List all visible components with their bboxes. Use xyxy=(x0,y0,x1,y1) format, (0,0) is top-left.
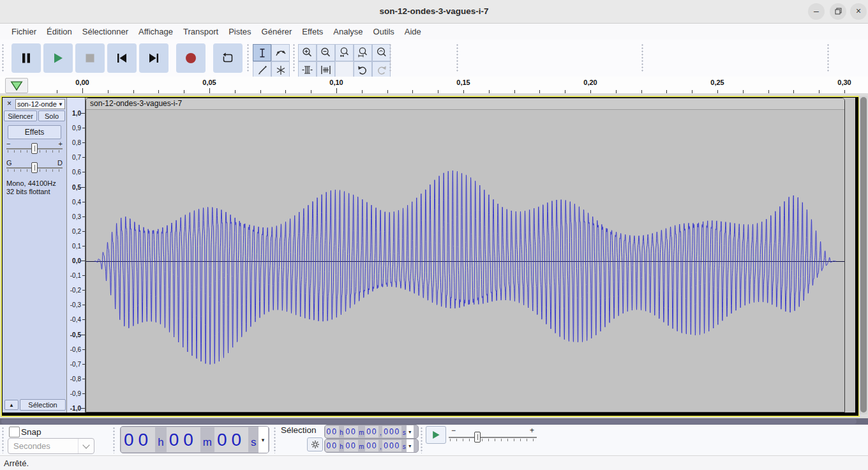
toolbar-grip[interactable] xyxy=(1,43,5,73)
time-digits[interactable]: 000 xyxy=(382,440,401,451)
menu-item-affichage[interactable]: Affichage xyxy=(133,25,178,38)
menu-item-generer[interactable]: Générer xyxy=(257,25,297,38)
menu-item-outils[interactable]: Outils xyxy=(368,25,400,38)
waveform-view[interactable]: son-12-ondes-3-vagues-i-7 xyxy=(86,98,855,413)
menu-item-aide[interactable]: Aide xyxy=(400,25,426,38)
pinned-play-head-button[interactable] xyxy=(5,78,28,93)
timeline-label: 0,25 xyxy=(710,79,724,86)
play-button[interactable] xyxy=(43,43,73,73)
track-close-button[interactable]: × xyxy=(4,99,14,109)
zoom-toggle-button[interactable] xyxy=(372,44,391,61)
vruler-tick xyxy=(82,305,85,305)
speed-slider-thumb[interactable] xyxy=(474,432,481,443)
silence-selection-button[interactable] xyxy=(317,61,335,79)
toolbar-grip[interactable] xyxy=(420,427,424,453)
toolbar-grip[interactable] xyxy=(112,427,116,453)
playback-speed-slider[interactable]: − + xyxy=(449,427,537,446)
pan-slider-thumb[interactable] xyxy=(31,162,38,173)
effects-button[interactable]: Effets xyxy=(8,125,61,139)
gain-slider-thumb[interactable] xyxy=(31,143,38,154)
timeline-ruler[interactable]: 0,000,050,100,150,200,250,30 xyxy=(0,77,868,94)
menu-item-edition[interactable]: Édition xyxy=(41,25,77,38)
bottom-toolbar-dock: Snap Secondes 00h00m00s▾ Sélection 00h00… xyxy=(0,425,868,455)
menu-bar: FichierÉditionSélectionnerAffichageTrans… xyxy=(0,24,868,40)
menu-item-selectionner[interactable]: Sélectionner xyxy=(77,25,133,38)
vertical-ruler[interactable]: 1,00,90,80,70,60,50,40,30,20,10,0-0,1-0,… xyxy=(67,98,86,413)
multi-tool-button[interactable] xyxy=(271,61,290,79)
solo-button[interactable]: Solo xyxy=(38,110,65,121)
zoom-toggle-icon xyxy=(375,47,387,59)
minimize-button[interactable]: – xyxy=(808,3,825,20)
status-bar: Arrêté. xyxy=(0,455,868,470)
vruler-label: 0,5 xyxy=(72,183,81,190)
menu-item-effets[interactable]: Effets xyxy=(297,25,328,38)
skip-start-button[interactable] xyxy=(107,43,137,73)
time-digits[interactable]: 00 xyxy=(326,426,339,437)
toolbar-grip[interactable] xyxy=(456,43,460,73)
speed-plus-label: + xyxy=(530,426,534,435)
time-digits[interactable]: 00 xyxy=(167,427,200,452)
audio-position-display[interactable]: 00h00m00s▾ xyxy=(120,426,269,453)
zoom-in-button[interactable] xyxy=(298,44,317,61)
vruler-label: -0,1 xyxy=(70,272,81,279)
time-digits[interactable]: 00 xyxy=(214,427,248,452)
pause-button[interactable] xyxy=(11,43,41,73)
menu-item-fichier[interactable]: Fichier xyxy=(6,25,41,38)
loop-button[interactable] xyxy=(213,43,243,73)
toolbar-grip[interactable] xyxy=(246,43,250,73)
toolbar-grip[interactable] xyxy=(641,43,645,73)
stop-button[interactable] xyxy=(75,43,105,73)
selection-settings-button[interactable] xyxy=(307,437,323,451)
menu-item-transport[interactable]: Transport xyxy=(178,25,223,38)
vertical-scrollbar[interactable] xyxy=(859,96,867,414)
time-digits[interactable]: 00 xyxy=(326,440,339,451)
horizontal-scrollbar[interactable] xyxy=(0,418,868,425)
undo-button[interactable] xyxy=(354,61,372,79)
waveform-canvas[interactable] xyxy=(86,110,844,412)
menu-item-analyse[interactable]: Analyse xyxy=(328,25,368,38)
toolbar-grip[interactable] xyxy=(389,43,393,73)
toolbar-grip[interactable] xyxy=(292,43,296,73)
trim-outside-selection-button[interactable] xyxy=(298,61,317,79)
pan-slider[interactable]: G D xyxy=(6,159,63,174)
clip-title-bar[interactable]: son-12-ondes-3-vagues-i-7 xyxy=(86,98,844,110)
play-at-speed-button[interactable] xyxy=(426,426,446,444)
toolbar-grip[interactable] xyxy=(273,427,277,453)
menu-item-pistes[interactable]: Pistes xyxy=(223,25,256,38)
selection-start-field[interactable]: 00h00m00,000s▾ xyxy=(324,425,419,439)
snap-checkbox[interactable] xyxy=(9,427,20,437)
toolbar-grip[interactable] xyxy=(827,43,830,73)
time-digits[interactable]: 00 xyxy=(344,426,357,437)
collapse-track-button[interactable]: ▲ xyxy=(4,400,19,410)
draw-tool-button[interactable] xyxy=(253,61,271,79)
zoom-selection-button[interactable] xyxy=(335,44,354,61)
toolbar-grip[interactable] xyxy=(1,427,5,453)
selection-tool-button[interactable] xyxy=(253,44,271,61)
skip-end-button[interactable] xyxy=(139,43,168,73)
zoom-fit-button[interactable] xyxy=(354,44,372,61)
time-digits[interactable]: 00 xyxy=(365,426,378,437)
audio-clip[interactable]: son-12-ondes-3-vagues-i-7 xyxy=(86,98,845,413)
time-digits[interactable]: 00 xyxy=(344,440,357,451)
track-select-button[interactable]: Sélection xyxy=(20,399,66,411)
track-name[interactable]: son-12-onde ▼ xyxy=(15,99,65,109)
vruler-label: 0,2 xyxy=(72,227,81,234)
mute-button[interactable]: Silencer xyxy=(4,110,37,121)
restore-button[interactable] xyxy=(830,3,846,20)
timeline-label: 0,20 xyxy=(583,79,597,86)
vruler-label: -0,9 xyxy=(70,390,81,397)
vertical-scrollbar-thumb[interactable] xyxy=(860,97,867,413)
snap-unit-select[interactable]: Secondes xyxy=(8,438,94,454)
horizontal-scrollbar-thumb[interactable] xyxy=(1,419,857,424)
dropdown-arrow-icon: ▾ xyxy=(407,425,414,438)
envelope-tool-button[interactable] xyxy=(271,44,290,61)
time-digits[interactable]: 00 xyxy=(121,427,155,452)
gain-slider[interactable]: − + xyxy=(6,140,63,155)
record-button[interactable] xyxy=(176,43,206,73)
close-button[interactable]: × xyxy=(850,3,867,20)
time-digits[interactable]: 00 xyxy=(365,440,378,451)
time-digits[interactable]: 000 xyxy=(382,426,401,437)
zoom-out-button[interactable] xyxy=(317,44,335,61)
selection-end-field[interactable]: 00h00m00,000s▾ xyxy=(324,439,419,453)
redo-button[interactable] xyxy=(372,61,391,79)
